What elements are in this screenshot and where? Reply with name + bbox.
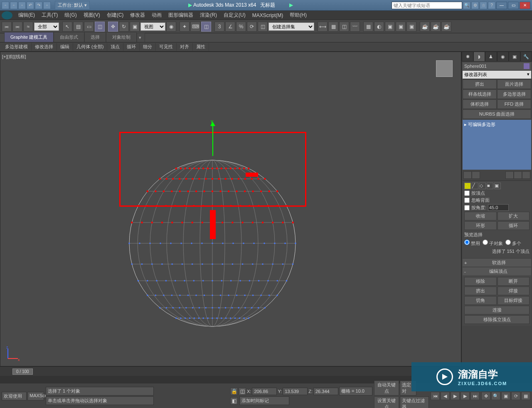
mod-nurbs-select[interactable]: NURBS 曲面选择: [463, 109, 531, 119]
material-editor-icon[interactable]: ◐: [374, 22, 384, 32]
motion-panel-icon[interactable]: ◉: [497, 52, 509, 62]
create-panel-icon[interactable]: ✺: [462, 52, 473, 62]
pin-stack-icon[interactable]: [463, 171, 472, 179]
key-filter[interactable]: 关键点过滤器: [400, 396, 429, 408]
y-input[interactable]: [283, 388, 308, 395]
loop-button[interactable]: 循环: [498, 221, 530, 230]
angle-spinner[interactable]: [488, 204, 509, 211]
tab-object-paint[interactable]: 对象绘制: [106, 32, 137, 42]
zoom-extents-icon[interactable]: ▣: [501, 392, 510, 400]
curve-editor-icon[interactable]: 〰: [350, 22, 360, 32]
tab-freeform[interactable]: 自由形式: [54, 32, 84, 42]
remove-modifier-icon[interactable]: [514, 171, 522, 179]
pivot-center-icon[interactable]: ◉: [166, 22, 176, 32]
mod-ffd-select[interactable]: FFD 选择: [497, 99, 531, 109]
workspace-selector[interactable]: 工作台: 默认 ▾: [55, 1, 90, 10]
link-tool-icon[interactable]: ⫘: [2, 22, 12, 32]
goto-start-icon[interactable]: ⏮: [431, 392, 440, 400]
object-name-field[interactable]: [463, 62, 531, 70]
keyboard-shortcut-icon[interactable]: ⌨: [190, 22, 200, 32]
snap-2d-icon[interactable]: ◫: [201, 22, 211, 32]
next-frame-icon[interactable]: ▶: [461, 392, 470, 400]
goto-end-icon[interactable]: ⏭: [470, 392, 480, 400]
app-menu-icon[interactable]: [2, 11, 12, 20]
sub-loop[interactable]: 循环: [123, 43, 140, 51]
menu-edit[interactable]: 编辑(E): [15, 11, 38, 20]
mod-extrude[interactable]: 挤出: [463, 79, 497, 89]
utilities-panel-icon[interactable]: 🔧: [520, 52, 532, 62]
layers-icon[interactable]: ◫: [339, 22, 349, 32]
time-slider-handle[interactable]: 0 / 100: [12, 368, 33, 375]
show-end-result-icon[interactable]: [472, 171, 480, 179]
preview-subobj-radio[interactable]: 子对象: [483, 240, 503, 247]
zoom-icon[interactable]: 🔍: [491, 392, 500, 400]
extrude-button[interactable]: 挤出: [464, 287, 497, 295]
mod-spline-select[interactable]: 样条线选择: [463, 89, 497, 99]
schematic-icon[interactable]: ▦: [363, 22, 373, 32]
minimize-button[interactable]: —: [496, 2, 507, 9]
edit-vertex-rollout-header[interactable]: -编辑顶点: [463, 267, 531, 275]
modify-panel-icon[interactable]: ◗: [473, 52, 485, 62]
soft-selection-rollout-header[interactable]: +软选择: [463, 259, 531, 267]
element-level-icon[interactable]: ▣: [494, 183, 501, 189]
shrink-button[interactable]: 收缩: [464, 212, 497, 220]
viewport[interactable]: [+][前][线框] (function(){ var g=document.g…: [0, 52, 461, 366]
undo-icon[interactable]: ↶: [27, 2, 34, 9]
select-rotate-icon[interactable]: ↻: [119, 22, 129, 32]
sub-align[interactable]: 对齐: [177, 43, 193, 51]
mod-patch-select[interactable]: 面片选择: [497, 79, 531, 89]
abs-rel-icon[interactable]: ◫: [239, 388, 246, 395]
vertex-level-icon[interactable]: ∴: [464, 183, 471, 189]
menu-help[interactable]: 帮助(H): [286, 11, 310, 20]
sub-visibility[interactable]: 可见性: [156, 43, 177, 51]
viewport-label[interactable]: [+][前][线框]: [2, 54, 26, 60]
select-manipulate-icon[interactable]: ✦: [180, 22, 190, 32]
polygon-level-icon[interactable]: ■: [487, 183, 493, 189]
preview-disable-radio[interactable]: 禁用: [464, 240, 480, 247]
set-key-button[interactable]: 设置关键点: [374, 396, 399, 408]
object-color-swatch[interactable]: [524, 63, 530, 69]
by-vertex-checkbox[interactable]: [464, 190, 470, 196]
align-icon[interactable]: ▦: [328, 22, 338, 32]
save-icon[interactable]: ▫: [18, 2, 26, 9]
window-crossing-icon[interactable]: ◫: [95, 22, 105, 32]
modifier-stack[interactable]: ▸ 可编辑多边形: [463, 120, 531, 170]
z-input[interactable]: [313, 388, 338, 395]
render-production-icon[interactable]: ▣: [406, 22, 416, 32]
reference-coord[interactable]: 视图: [140, 22, 165, 31]
menu-tools[interactable]: 工具(T): [38, 11, 61, 20]
select-object-icon[interactable]: ↖: [62, 22, 72, 32]
mod-poly-select[interactable]: 多边形选择: [497, 89, 531, 99]
viewcube-icon[interactable]: [436, 60, 453, 77]
x-input[interactable]: [252, 388, 277, 395]
select-scale-icon[interactable]: ▣: [130, 22, 140, 32]
script-listener[interactable]: MAXScr: [27, 392, 44, 401]
menu-group[interactable]: 组(G): [61, 11, 80, 20]
snap-3-icon[interactable]: 3: [214, 22, 224, 32]
pan-icon[interactable]: ✥: [481, 392, 490, 400]
named-selection-set[interactable]: 创建选择集: [268, 22, 314, 31]
communication-icon[interactable]: ⚙: [471, 2, 479, 9]
sub-props[interactable]: 属性: [193, 43, 209, 51]
by-angle-checkbox[interactable]: [464, 205, 470, 210]
orbit-icon[interactable]: ⟳: [511, 392, 520, 400]
select-name-icon[interactable]: ▤: [73, 22, 83, 32]
break-button[interactable]: 断开: [498, 277, 530, 286]
teapot3-icon[interactable]: ☕: [441, 22, 451, 32]
configure-sets-icon[interactable]: [522, 171, 530, 179]
object-name-input[interactable]: [464, 63, 522, 69]
hierarchy-panel-icon[interactable]: ♟: [485, 52, 497, 62]
select-rect-icon[interactable]: ▭: [84, 22, 94, 32]
close-button[interactable]: ✕: [520, 2, 530, 9]
menu-create[interactable]: 创建(C): [103, 11, 127, 20]
lock-selection-icon[interactable]: 🔒: [230, 388, 238, 395]
gizmo-y-axis[interactable]: [212, 123, 213, 156]
unlink-tool-icon[interactable]: ⫘: [12, 22, 22, 32]
search-icon[interactable]: 🔍: [463, 2, 470, 9]
grow-button[interactable]: 扩大: [498, 212, 530, 220]
sub-modify-sel[interactable]: 修改选择: [32, 43, 57, 51]
spinner-snap-icon[interactable]: ⟳: [247, 22, 257, 32]
selection-filter[interactable]: 全部: [34, 22, 59, 31]
stack-item-editable-poly[interactable]: ▸ 可编辑多边形: [464, 122, 495, 127]
help-icon[interactable]: ?: [488, 2, 495, 9]
